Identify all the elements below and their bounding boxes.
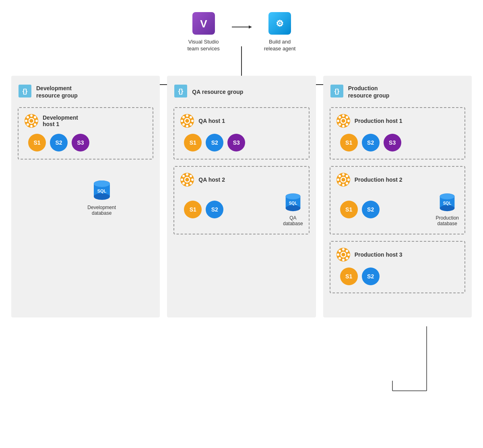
svg-point-83 [347,120,350,122]
svg-point-85 [346,116,348,118]
qa-host1-s2: S2 [206,134,223,151]
svg-point-91 [342,184,345,186]
qa-host2-s1: S1 [184,201,202,218]
qa-host2-s2: S2 [206,201,223,218]
prod-panel-title: Productionresource group [348,85,390,99]
svg-point-63 [186,173,188,176]
arrow-vs-to-build [232,24,252,31]
prod-host1-title: Production host 1 [355,118,402,124]
svg-point-37 [30,125,33,127]
svg-point-46 [94,193,110,200]
prod-host3-services: S1 S2 [336,268,459,285]
prod-host3-header: Production host 3 [336,247,459,262]
svg-point-105 [342,248,345,251]
dev-host1-box: Developmenthost 1 S1 S2 S3 [18,107,153,160]
svg-point-82 [337,120,339,122]
svg-point-97 [346,182,348,185]
svg-point-110 [346,250,348,252]
svg-text:SQL: SQL [289,201,297,205]
prod-panel-icon: {} [330,84,344,100]
prod-host2-s1: S1 [340,201,358,218]
dev-host1-title: Developmenthost 1 [43,114,78,127]
svg-point-94 [339,175,341,177]
dev-panel-header: {} Developmentresource group [18,84,153,100]
qa-host1-title: QA host 1 [198,118,225,124]
prod-db-icon: SQL [438,193,456,214]
svg-point-80 [342,114,345,117]
qa-host1-s1: S1 [184,134,202,151]
prod-host1-header: Production host 1 [336,114,459,128]
qa-host2-title: QA host 2 [198,176,225,183]
prod-host2-header: Production host 2 [336,172,459,187]
svg-point-73 [286,205,301,211]
qa-host2-services: S1 S2 [180,201,223,218]
prod-host1-s1: S1 [340,134,358,151]
svg-point-108 [347,253,350,256]
prod-host3-s2: S2 [362,268,380,285]
svg-point-90 [342,173,345,176]
svg-point-54 [186,125,188,127]
qa-host2-icon [180,172,194,187]
svg-point-43 [34,123,36,126]
build-agent-label: Build andrelease agent [264,39,296,52]
svg-point-53 [186,114,188,117]
prod-host3-icon [336,247,351,262]
svg-point-60 [190,123,192,126]
svg-point-84 [339,116,341,118]
dev-host1-services: S1 S2 S3 [24,134,147,151]
vs-node: V Visual Studioteam services [188,11,220,52]
svg-point-47 [94,180,110,187]
qa-panel-header: {} QA resource group [173,84,309,100]
vs-label: Visual Studioteam services [188,39,220,52]
svg-point-58 [190,116,192,118]
qa-host1-services: S1 S2 S3 [180,134,303,151]
prod-host2-icon [336,172,351,187]
svg-point-69 [182,182,185,185]
qa-host1-s3: S3 [227,134,245,151]
svg-point-56 [191,120,194,122]
svg-text:{}: {} [334,88,339,95]
vs-icon: V [192,11,216,35]
svg-text:{}: {} [178,88,183,95]
qa-panel-icon: {} [173,84,188,100]
qa-db-label: QAdatabase [283,215,303,226]
prod-panel-header: {} Productionresource group [330,84,465,100]
prod-host1-services: S1 S2 S3 [336,134,459,151]
diagram-container: V Visual Studioteam services [0,0,483,448]
svg-point-111 [339,257,341,259]
svg-point-86 [339,123,341,126]
prod-host3-box: Production host 3 S1 S2 [330,241,465,293]
qa-host1-box: QA host 1 S1 S2 S3 [173,107,309,160]
prod-db-node: SQL Productiondatabase [436,193,459,226]
build-agent-icon: ⚙ [268,11,292,35]
prod-host2-title: Production host 2 [355,176,402,183]
svg-point-87 [346,123,348,126]
qa-resource-panel: {} QA resource group [167,76,316,317]
dev-panel-title: Developmentresource group [36,85,78,99]
dev-db-icon: SQL [92,180,111,202]
prod-host1-s2: S2 [362,134,380,151]
qa-db-icon: SQL [284,193,302,214]
svg-point-59 [182,123,185,126]
svg-point-36 [30,114,33,117]
dev-host1-s2: S2 [50,134,68,151]
svg-point-67 [182,175,185,177]
svg-point-92 [337,178,339,181]
svg-point-38 [25,120,27,122]
dev-panel-icon: {} [18,84,32,100]
dev-host1-s1: S1 [28,134,46,151]
prod-host2-s2: S2 [362,201,380,218]
prod-db-label: Productiondatabase [436,215,459,226]
svg-point-41 [34,116,36,118]
qa-host2-box: QA host 2 S1 S2 SQL [173,166,309,234]
svg-point-96 [339,182,341,185]
prod-host3-s1: S1 [340,268,358,285]
svg-point-40 [27,116,29,118]
svg-point-68 [190,175,192,177]
prod-host3-title: Production host 3 [355,251,402,258]
svg-point-74 [286,193,301,199]
qa-panel-title: QA resource group [192,88,243,95]
dev-resource-panel: {} Developmentresource group [11,76,160,317]
svg-text:SQL: SQL [443,201,452,205]
svg-point-70 [190,182,192,185]
